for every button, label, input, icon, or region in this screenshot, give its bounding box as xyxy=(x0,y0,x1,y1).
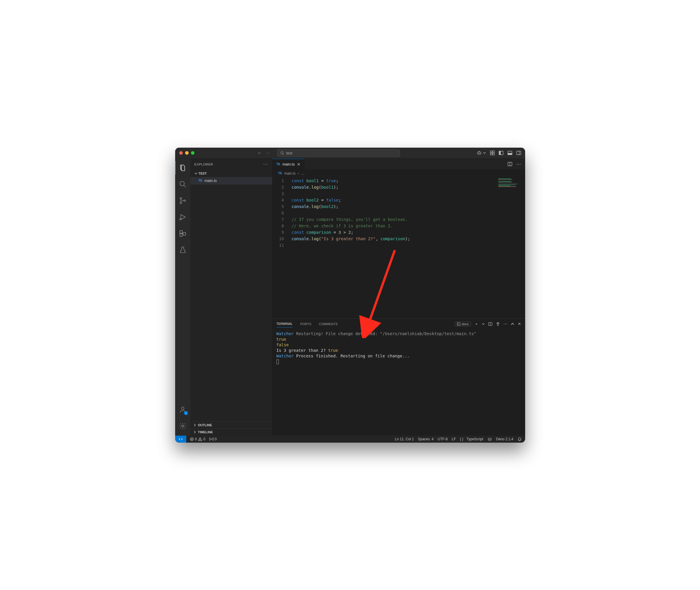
activity-scm[interactable] xyxy=(175,193,190,208)
panel-tab-ports[interactable]: PORTS xyxy=(300,320,311,327)
svg-rect-21 xyxy=(180,230,183,233)
activity-extensions[interactable] xyxy=(175,226,190,241)
chevron-down-icon xyxy=(194,172,197,175)
svg-point-0 xyxy=(281,152,283,154)
search-icon xyxy=(280,151,284,155)
ts-file-icon: TS xyxy=(277,163,280,166)
activity-accounts[interactable]: 1 xyxy=(175,402,190,417)
status-copilot[interactable] xyxy=(487,437,492,441)
status-problems[interactable]: 0 0 xyxy=(190,437,205,441)
history-nav: ← → xyxy=(257,150,271,156)
svg-line-16 xyxy=(184,185,186,187)
folder-header[interactable]: TEST xyxy=(190,170,272,177)
status-runtime[interactable]: Deno 2.1.4 xyxy=(496,437,513,441)
ts-file-icon: TS xyxy=(278,172,282,175)
status-ports[interactable]: 0 xyxy=(209,437,217,441)
toggle-panel-icon[interactable] xyxy=(508,151,512,155)
timeline-section[interactable]: TIMELINE xyxy=(190,428,272,435)
svg-point-24 xyxy=(181,407,184,409)
layout-customize-icon[interactable] xyxy=(490,151,495,155)
svg-point-25 xyxy=(182,425,184,427)
close-window[interactable] xyxy=(179,151,183,155)
status-lang[interactable]: { } TypeScript xyxy=(460,437,483,441)
maximize-window[interactable] xyxy=(191,151,194,155)
svg-rect-13 xyxy=(517,151,521,155)
code-editor[interactable]: 1234567891011 const bool1 = true;console… xyxy=(272,177,525,318)
folder-name: TEST xyxy=(199,172,207,175)
accounts-badge: 1 xyxy=(184,411,188,415)
ts-file-icon: TS xyxy=(199,179,202,182)
panel-tab-terminal[interactable]: TERMINAL xyxy=(277,320,293,327)
status-warnings: 0 xyxy=(203,437,205,441)
svg-line-1 xyxy=(283,154,284,155)
bottom-panel: TERMINAL PORTS COMMENTS deno ＋ ⋯ xyxy=(272,318,525,435)
file-name: main.ts xyxy=(204,178,217,183)
svg-rect-10 xyxy=(499,151,501,155)
kill-terminal-icon[interactable] xyxy=(496,322,500,326)
line-gutter: 1234567891011 xyxy=(272,177,289,318)
tab-main-ts[interactable]: TS main.ts ✕ xyxy=(272,159,305,170)
chevron-right-icon xyxy=(193,431,196,433)
activity-explorer[interactable] xyxy=(175,161,190,175)
svg-rect-23 xyxy=(183,232,186,235)
tab-close-icon[interactable]: ✕ xyxy=(297,162,301,167)
activity-search[interactable] xyxy=(175,177,190,192)
tab-actions: ⋯ xyxy=(508,159,525,170)
svg-rect-37 xyxy=(488,438,491,440)
outline-section[interactable]: OUTLINE xyxy=(190,421,272,428)
command-center[interactable]: test xyxy=(277,149,400,157)
activity-settings[interactable] xyxy=(175,419,190,433)
status-bar: 0 0 0 Ln 11, Col 1 Spaces: 4 UTF-8 LF { … xyxy=(175,435,525,442)
activity-testing[interactable] xyxy=(175,242,190,257)
tab-bar: TS main.ts ✕ ⋯ xyxy=(272,159,525,170)
terminal-dropdown-icon[interactable] xyxy=(482,322,485,325)
svg-point-35 xyxy=(200,440,200,440)
explorer-title: EXPLORER xyxy=(194,163,213,166)
terminal-output[interactable]: Watcher Restarting! File change detected… xyxy=(272,329,525,435)
svg-point-3 xyxy=(478,153,479,154)
remote-button[interactable] xyxy=(175,435,186,442)
status-spaces[interactable]: Spaces: 4 xyxy=(418,437,433,441)
editor-area: TS main.ts ✕ ⋯ TS main.ts › ... 12345678… xyxy=(272,159,525,435)
status-ports-count: 0 xyxy=(215,437,217,441)
status-errors: 0 xyxy=(195,437,197,441)
status-notifications-icon[interactable] xyxy=(517,437,522,441)
panel-more-icon[interactable]: ⋯ xyxy=(503,322,507,326)
explorer-more-icon[interactable]: ⋯ xyxy=(263,162,268,167)
svg-rect-2 xyxy=(477,152,481,155)
terminal-profile-label: deno xyxy=(462,322,469,326)
status-cursor[interactable]: Ln 11, Col 1 xyxy=(395,437,414,441)
maximize-panel-icon[interactable] xyxy=(511,322,514,326)
file-item-main-ts[interactable]: TS main.ts xyxy=(190,177,272,185)
breadcrumb-sep: › xyxy=(298,171,299,176)
breadcrumb[interactable]: TS main.ts › ... xyxy=(272,170,525,177)
chevron-right-icon xyxy=(193,424,196,426)
nav-forward-icon[interactable]: → xyxy=(265,150,271,156)
split-terminal-icon[interactable] xyxy=(488,322,492,326)
toggle-primary-sidebar-icon[interactable] xyxy=(499,151,503,155)
svg-point-18 xyxy=(180,202,181,203)
svg-point-39 xyxy=(490,439,490,439)
svg-point-19 xyxy=(184,200,185,201)
window-controls xyxy=(179,151,194,155)
close-panel-icon[interactable]: ✕ xyxy=(518,322,521,326)
code-content: const bool1 = true;console.log(bool1); c… xyxy=(289,177,525,318)
nav-back-icon[interactable]: ← xyxy=(257,150,263,156)
panel-tab-comments[interactable]: COMMENTS xyxy=(319,320,338,327)
vscode-window: ← → test xyxy=(175,148,525,442)
status-eol[interactable]: LF xyxy=(452,437,456,441)
activity-run-debug[interactable] xyxy=(175,210,190,224)
minimap[interactable] xyxy=(498,178,524,187)
toggle-secondary-sidebar-icon[interactable] xyxy=(516,151,521,155)
svg-point-15 xyxy=(180,181,184,186)
new-terminal-icon[interactable]: ＋ xyxy=(475,321,478,327)
panel-tab-bar: TERMINAL PORTS COMMENTS deno ＋ ⋯ xyxy=(272,319,525,329)
split-editor-icon[interactable] xyxy=(508,162,512,166)
svg-rect-5 xyxy=(490,151,492,153)
explorer-header: EXPLORER ⋯ xyxy=(190,159,272,170)
copilot-button[interactable] xyxy=(477,150,486,156)
terminal-profile-button[interactable]: deno xyxy=(455,322,471,326)
minimize-window[interactable] xyxy=(185,151,189,155)
tab-more-icon[interactable]: ⋯ xyxy=(516,162,521,167)
status-encoding[interactable]: UTF-8 xyxy=(437,437,447,441)
